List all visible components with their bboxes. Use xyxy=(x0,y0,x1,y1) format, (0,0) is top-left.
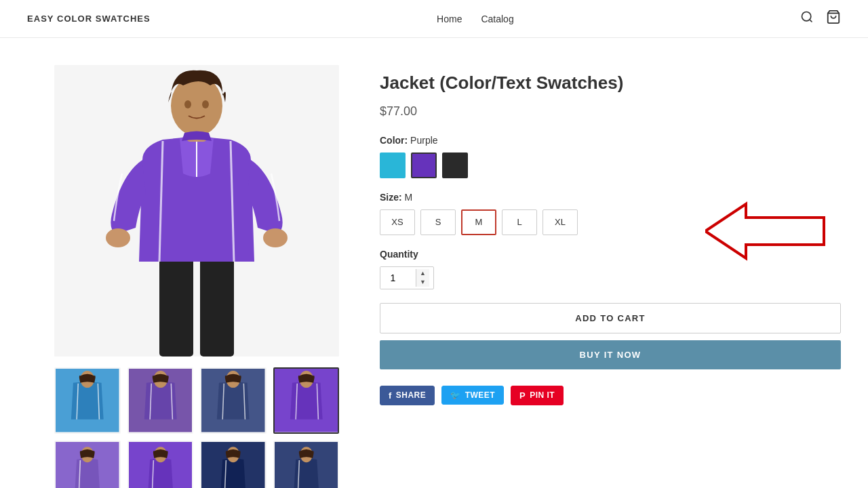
color-label-text: Color: xyxy=(380,135,410,146)
header-icons xyxy=(800,9,841,28)
thumbnail-2[interactable] xyxy=(127,367,194,434)
main-product-image xyxy=(54,65,339,357)
svg-point-12 xyxy=(202,100,209,108)
size-value-text: M xyxy=(405,192,413,203)
facebook-icon: f xyxy=(389,390,392,401)
quantity-down[interactable]: ▼ xyxy=(416,278,429,287)
main-nav: Home Catalog xyxy=(437,14,514,24)
color-swatch-purple[interactable] xyxy=(411,152,437,178)
twitter-share-button[interactable]: 🐦 TWEET xyxy=(441,386,504,405)
svg-marker-41 xyxy=(705,204,824,258)
social-share: f SHARE 🐦 TWEET P PIN IT xyxy=(380,386,841,405)
thumbnail-1[interactable] xyxy=(54,367,121,434)
size-xs[interactable]: XS xyxy=(380,209,415,235)
pinterest-icon: P xyxy=(519,390,526,401)
color-value-text: Purple xyxy=(410,135,437,146)
product-price: $77.00 xyxy=(380,104,841,119)
buy-now-button[interactable]: BUY IT NOW xyxy=(380,340,841,369)
quantity-up[interactable]: ▲ xyxy=(416,269,429,278)
thumbnail-4[interactable] xyxy=(273,367,340,434)
product-images xyxy=(54,65,339,488)
color-swatches xyxy=(380,152,841,178)
size-xl[interactable]: XL xyxy=(542,209,578,235)
facebook-share-button[interactable]: f SHARE xyxy=(380,386,435,405)
pinterest-label: PIN IT xyxy=(530,390,555,400)
search-icon[interactable] xyxy=(800,10,814,27)
svg-point-0 xyxy=(802,12,810,21)
facebook-label: SHARE xyxy=(396,390,426,400)
product-detail-section: Jacket (Color/Text Swatches) $77.00 Colo… xyxy=(380,65,841,488)
svg-point-10 xyxy=(171,75,222,136)
quantity-input[interactable] xyxy=(380,267,416,289)
twitter-icon: 🐦 xyxy=(450,390,460,400)
header: EASY COLOR SWATCHES Home Catalog xyxy=(0,0,868,38)
main-content: Jacket (Color/Text Swatches) $77.00 Colo… xyxy=(0,38,868,488)
thumbnail-5[interactable] xyxy=(54,441,121,489)
size-label-text: Size: xyxy=(380,192,405,203)
pinterest-share-button[interactable]: P PIN IT xyxy=(511,386,564,405)
product-title: Jacket (Color/Text Swatches) xyxy=(380,72,841,95)
thumbnail-6[interactable] xyxy=(127,441,194,489)
svg-rect-4 xyxy=(159,255,193,357)
color-swatch-cyan[interactable] xyxy=(380,152,406,178)
svg-point-7 xyxy=(106,228,130,247)
nav-home[interactable]: Home xyxy=(437,14,462,24)
quantity-arrows: ▲ ▼ xyxy=(416,269,429,287)
size-l[interactable]: L xyxy=(502,209,537,235)
twitter-label: TWEET xyxy=(465,390,495,400)
thumbnail-3[interactable] xyxy=(200,367,267,434)
svg-line-1 xyxy=(810,20,812,22)
color-option-group: Color: Purple xyxy=(380,135,841,178)
thumbnail-7[interactable] xyxy=(200,441,267,489)
size-s[interactable]: S xyxy=(420,209,456,235)
svg-point-11 xyxy=(184,100,191,108)
nav-catalog[interactable]: Catalog xyxy=(481,14,513,24)
thumbnail-8[interactable] xyxy=(273,441,340,489)
site-logo: EASY COLOR SWATCHES xyxy=(27,14,151,24)
quantity-input-wrap: ▲ ▼ xyxy=(380,266,434,289)
add-to-cart-button[interactable]: ADD TO CART xyxy=(380,303,841,333)
arrow-annotation xyxy=(705,201,827,264)
thumbnail-grid xyxy=(54,367,339,488)
size-m[interactable]: M xyxy=(461,209,496,235)
color-option-label: Color: Purple xyxy=(380,135,841,146)
svg-rect-5 xyxy=(200,255,234,357)
svg-point-8 xyxy=(263,228,288,247)
cart-icon[interactable] xyxy=(826,9,841,28)
color-swatch-black[interactable] xyxy=(442,152,468,178)
